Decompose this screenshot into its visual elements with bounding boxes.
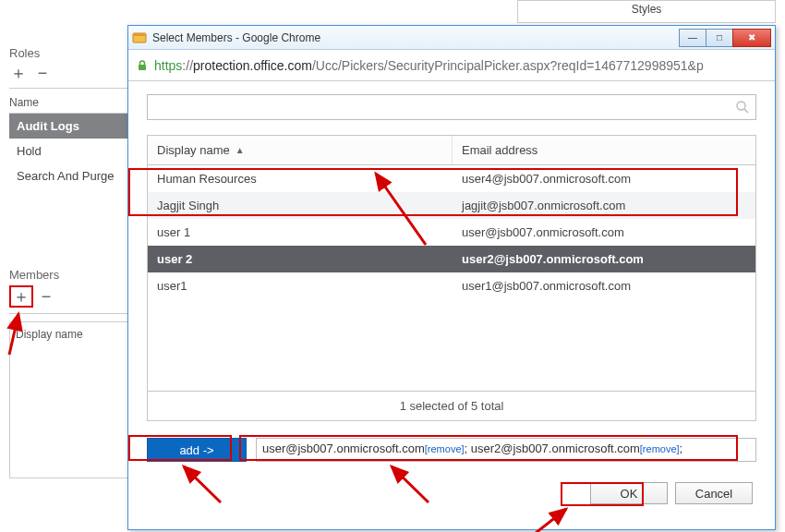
- table-body: Human Resourcesuser4@jsb007.onmicrosoft.…: [148, 165, 755, 391]
- selection-status: 1 selected of 5 total: [148, 391, 755, 420]
- address-bar[interactable]: https://protection.office.com/Ucc/Picker…: [128, 50, 775, 81]
- close-button[interactable]: ✖: [732, 29, 771, 47]
- col-display-name[interactable]: Display name ▲: [148, 136, 453, 164]
- table-row[interactable]: user 1user@jsb007.onmicrosoft.com: [148, 219, 755, 246]
- svg-rect-2: [133, 33, 146, 36]
- add-member-icon[interactable]: ＋: [13, 287, 30, 306]
- svg-line-5: [744, 109, 748, 113]
- window-title: Select Members - Google Chrome: [152, 31, 320, 44]
- svg-line-9: [531, 509, 566, 532]
- cancel-button[interactable]: Cancel: [675, 482, 753, 504]
- add-button[interactable]: add ->: [147, 438, 247, 462]
- styles-tab: Styles: [517, 0, 776, 23]
- add-role-icon[interactable]: ＋: [9, 64, 28, 82]
- remove-role-icon[interactable]: −: [33, 64, 52, 82]
- sort-asc-icon: ▲: [236, 145, 245, 155]
- maximize-button[interactable]: □: [706, 29, 733, 47]
- selected-members-box[interactable]: user@jsb007.onmicrosoft.com[remove]; use…: [256, 438, 756, 462]
- remove-link[interactable]: [remove]: [425, 443, 465, 454]
- table-row[interactable]: user 2user2@jsb007.onmicrosoft.com: [148, 246, 755, 272]
- url-text: https://protection.office.com/Ucc/Picker…: [154, 58, 704, 73]
- window-titlebar[interactable]: Select Members - Google Chrome — □ ✖: [128, 26, 775, 50]
- remove-member-icon[interactable]: −: [37, 287, 55, 306]
- select-members-window: Select Members - Google Chrome — □ ✖ htt…: [127, 25, 776, 530]
- minimize-button[interactable]: —: [679, 29, 706, 47]
- table-row[interactable]: Jagjit Singhjagjit@jsb007.onmicrosoft.co…: [148, 192, 755, 219]
- members-table: Display name ▲ Email address Human Resou…: [147, 135, 756, 421]
- svg-rect-3: [139, 65, 146, 70]
- search-input[interactable]: [147, 94, 756, 120]
- remove-link[interactable]: [remove]: [640, 443, 680, 454]
- lock-icon: [136, 59, 149, 72]
- members-display-name-header: Display name: [16, 328, 83, 341]
- svg-point-4: [737, 102, 745, 110]
- search-icon: [735, 100, 750, 115]
- table-row[interactable]: Human Resourcesuser4@jsb007.onmicrosoft.…: [148, 165, 755, 192]
- app-icon: [132, 30, 147, 45]
- col-email[interactable]: Email address: [453, 136, 755, 164]
- ok-button[interactable]: OK: [590, 482, 668, 504]
- table-row[interactable]: user1user1@jsb007.onmicrosoft.com: [148, 272, 755, 299]
